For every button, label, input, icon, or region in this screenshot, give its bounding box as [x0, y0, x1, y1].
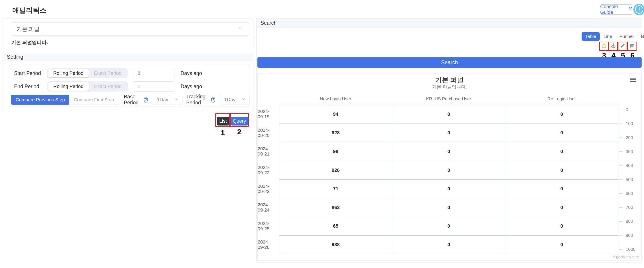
base-period-help-icon[interactable]: ?	[144, 97, 148, 103]
funnel-description: 기본 퍼널입니다.	[11, 39, 48, 46]
compare-toggle: Compare Previous Step Compare First Step	[11, 95, 119, 105]
chevron-down-icon	[174, 97, 178, 103]
view-tab-line[interactable]: Line	[600, 32, 616, 41]
view-tab-table[interactable]: Table	[582, 32, 600, 41]
console-guide-button[interactable]: Console Guide	[600, 5, 633, 15]
y-axis-tick: 600	[619, 191, 633, 196]
tick-label: 500	[626, 177, 633, 182]
download-icon	[610, 43, 616, 50]
chart-title: 기본 퍼널	[258, 76, 641, 85]
tracking-period-help-icon[interactable]: ?	[211, 97, 215, 103]
help-fab-button[interactable]: !	[634, 4, 644, 15]
row-value: 98	[279, 142, 392, 161]
list-button[interactable]: List	[217, 117, 230, 126]
y-axis-tick: 200	[619, 135, 633, 140]
tick-label: 0	[626, 107, 628, 112]
view-tab-funnel[interactable]: Funnel	[616, 32, 637, 41]
row-value: 0	[505, 198, 618, 217]
table-row: 2024-09-219800	[258, 142, 640, 161]
funnel-table: New Login UserKR, US Purchase UserRe-Log…	[258, 96, 640, 254]
compare-row: Compare Previous Step Compare First Step…	[9, 95, 250, 105]
row-value: 928	[279, 124, 392, 142]
compare-first-step-option[interactable]: Compare First Step	[69, 95, 119, 105]
annotation-label-1: 1	[220, 128, 225, 137]
console-guide-label: Console Guide	[600, 4, 626, 15]
base-period-select[interactable]: 1Day	[152, 95, 182, 105]
pencil-icon	[620, 43, 626, 50]
tracking-period-select[interactable]: 1Day	[219, 95, 250, 105]
row-value: 0	[505, 217, 618, 235]
row-value: 0	[392, 161, 505, 180]
tick-mark	[619, 249, 622, 250]
table-row: 2024-09-2698800	[258, 235, 640, 254]
end-days-ago-label: Days ago	[181, 84, 202, 90]
end-period-label: End Period	[14, 84, 39, 90]
row-value: 65	[279, 217, 392, 235]
tick-label: 1000	[626, 247, 636, 252]
tick-mark	[619, 151, 622, 152]
tick-label: 600	[626, 191, 633, 196]
end-exact-period-option[interactable]: Exact Period	[89, 82, 127, 91]
row-value: 0	[505, 179, 618, 198]
delete-button[interactable]	[627, 42, 636, 51]
base-period-label: Base Period	[124, 94, 141, 106]
row-date: 2024-09-24	[258, 198, 279, 217]
start-days-ago-label: Days ago	[180, 70, 202, 76]
chart-context-menu-icon[interactable]	[630, 78, 636, 83]
annotation-label-2: 2	[237, 127, 241, 136]
row-value: 0	[505, 161, 618, 180]
end-period-input[interactable]: 1	[133, 81, 175, 92]
info-exclamation-icon: !	[635, 5, 643, 14]
analytics-console: 애널리틱스 Console Guide ! 기본 퍼널 기본 퍼널입니다. Se…	[0, 0, 644, 268]
column-header: KR, US Purchase User	[392, 96, 505, 104]
edit-button[interactable]	[618, 42, 627, 51]
row-value: 0	[392, 198, 505, 217]
table-row: 2024-09-2292600	[258, 161, 640, 180]
tick-mark	[619, 110, 622, 110]
table-row: 2024-09-2092800	[258, 124, 640, 142]
tick-mark	[619, 179, 622, 180]
start-period-label: Start Period	[14, 70, 41, 76]
tick-mark	[619, 207, 622, 208]
chart-subtitle: 기본 퍼널입니다.	[258, 84, 641, 90]
y-axis-tick: 500	[619, 177, 633, 182]
compare-previous-step-option[interactable]: Compare Previous Step	[11, 95, 70, 105]
tick-mark	[619, 221, 622, 222]
setting-form: Start Period Rolling Period Exact Period…	[9, 64, 250, 107]
y-axis-tick: 700	[619, 205, 633, 210]
start-exact-period-option[interactable]: Exact Period	[88, 69, 127, 77]
row-value: 94	[279, 105, 392, 124]
download-button[interactable]	[608, 42, 618, 51]
funnel-select[interactable]: 기본 퍼널	[11, 22, 249, 36]
start-period-input[interactable]: 8	[133, 68, 175, 78]
table-row: 2024-09-256500	[258, 217, 640, 235]
row-date: 2024-09-21	[258, 142, 279, 161]
setting-card: Setting Start Period Rolling Period Exac…	[2, 53, 254, 111]
funnel-table-header: New Login UserKR, US Purchase UserRe-Log…	[258, 96, 640, 104]
search-submit-button[interactable]: Search	[258, 57, 642, 68]
tick-label: 200	[626, 135, 633, 140]
row-value: 0	[392, 179, 505, 198]
column-header: Re-Login User	[505, 96, 618, 104]
column-header: New Login User	[279, 96, 392, 104]
setting-header: Setting	[2, 53, 253, 61]
favorite-button[interactable]	[599, 42, 609, 51]
row-value: 0	[505, 142, 618, 161]
row-date: 2024-09-25	[258, 217, 279, 235]
row-date: 2024-09-22	[258, 161, 279, 180]
row-date: 2024-09-26	[258, 235, 279, 254]
highcharts-credit: Highcharts.com	[613, 255, 639, 259]
trash-icon	[629, 43, 635, 50]
y-axis-tick: 900	[619, 233, 633, 238]
query-button[interactable]: Query	[230, 117, 248, 126]
tick-mark	[619, 193, 622, 194]
view-tab-bar[interactable]: Bar	[637, 32, 644, 41]
end-rolling-period-option[interactable]: Rolling Period	[48, 82, 89, 91]
chevron-down-icon	[241, 97, 246, 103]
tick-mark	[619, 137, 622, 138]
start-rolling-period-option[interactable]: Rolling Period	[48, 69, 88, 77]
table-row: 2024-09-199400	[258, 105, 640, 124]
row-date: 2024-09-20	[258, 124, 279, 142]
view-tabs: TableLineFunnelBar	[582, 32, 644, 41]
y-axis-tick: 400	[619, 163, 633, 168]
